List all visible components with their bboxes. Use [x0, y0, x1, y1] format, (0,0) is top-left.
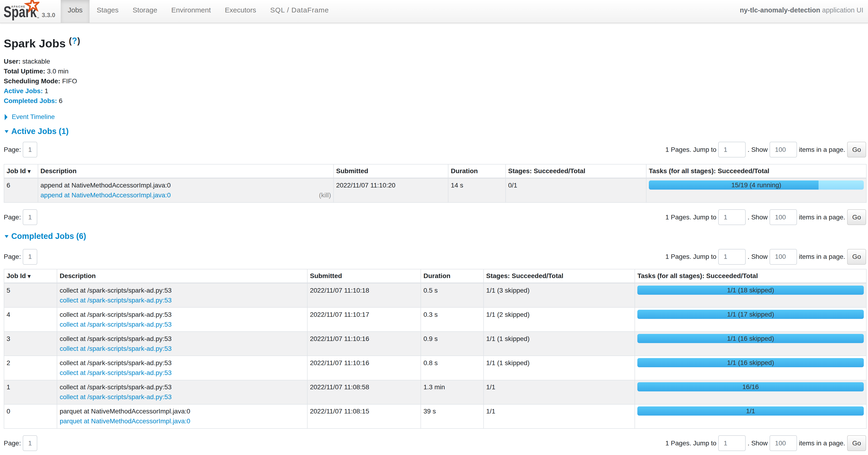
svg-text:TM: TM	[37, 17, 39, 19]
